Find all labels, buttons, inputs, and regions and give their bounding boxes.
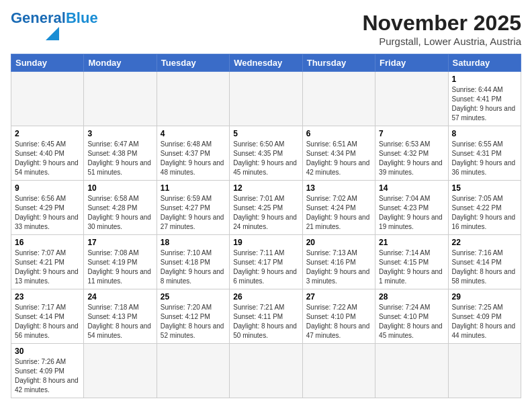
calendar-table: SundayMondayTuesdayWednesdayThursdayFrid…	[11, 54, 521, 398]
calendar-day-cell: 23Sunrise: 7:17 AM Sunset: 4:14 PM Dayli…	[11, 289, 84, 344]
calendar-day-cell: 27Sunrise: 7:22 AM Sunset: 4:10 PM Dayli…	[302, 289, 375, 344]
calendar-day-cell	[84, 344, 157, 398]
calendar-day-cell: 8Sunrise: 6:55 AM Sunset: 4:31 PM Daylig…	[448, 126, 521, 181]
calendar-day-cell: 7Sunrise: 6:53 AM Sunset: 4:32 PM Daylig…	[375, 126, 448, 181]
calendar-week-row: 2Sunrise: 6:45 AM Sunset: 4:40 PM Daylig…	[11, 126, 521, 181]
calendar-day-cell: 10Sunrise: 6:58 AM Sunset: 4:28 PM Dayli…	[84, 181, 157, 235]
page-header: GeneralBlue November 2025 Purgstall, Low…	[11, 11, 521, 47]
day-number: 5	[233, 129, 298, 138]
day-number: 12	[233, 183, 298, 193]
calendar-day-cell	[230, 72, 302, 126]
day-info: Sunrise: 6:44 AM Sunset: 4:41 PM Dayligh…	[452, 85, 517, 123]
day-number: 22	[452, 238, 517, 247]
day-number: 17	[87, 238, 152, 247]
day-number: 14	[379, 183, 444, 193]
day-number: 7	[379, 129, 444, 138]
day-number: 11	[161, 183, 226, 193]
calendar-day-cell: 24Sunrise: 7:18 AM Sunset: 4:13 PM Dayli…	[84, 289, 157, 344]
calendar-day-cell: 30Sunrise: 7:26 AM Sunset: 4:09 PM Dayli…	[11, 344, 84, 398]
day-info: Sunrise: 7:26 AM Sunset: 4:09 PM Dayligh…	[15, 357, 80, 395]
day-info: Sunrise: 7:07 AM Sunset: 4:21 PM Dayligh…	[15, 248, 80, 286]
month-year: November 2025	[362, 11, 521, 36]
day-number: 15	[452, 183, 517, 193]
logo-text-general: GeneralBlue	[11, 11, 98, 26]
day-number: 23	[15, 292, 80, 302]
calendar-day-cell: 12Sunrise: 7:01 AM Sunset: 4:25 PM Dayli…	[230, 181, 302, 235]
logo-triangle	[46, 27, 59, 40]
weekday-header: Thursday	[302, 54, 375, 72]
day-number: 16	[15, 238, 80, 247]
logo: GeneralBlue	[11, 11, 98, 40]
calendar-day-cell: 29Sunrise: 7:25 AM Sunset: 4:09 PM Dayli…	[448, 289, 521, 344]
day-number: 4	[161, 129, 226, 138]
day-info: Sunrise: 6:56 AM Sunset: 4:29 PM Dayligh…	[15, 194, 80, 232]
day-number: 24	[87, 292, 152, 302]
calendar-week-row: 30Sunrise: 7:26 AM Sunset: 4:09 PM Dayli…	[11, 344, 521, 398]
calendar-day-cell: 1Sunrise: 6:44 AM Sunset: 4:41 PM Daylig…	[448, 72, 521, 126]
day-number: 18	[161, 238, 226, 247]
day-number: 29	[452, 292, 517, 302]
day-number: 26	[233, 292, 298, 302]
day-number: 2	[15, 129, 80, 138]
day-info: Sunrise: 6:50 AM Sunset: 4:35 PM Dayligh…	[233, 140, 298, 177]
day-info: Sunrise: 7:16 AM Sunset: 4:14 PM Dayligh…	[452, 248, 517, 286]
weekday-header: Friday	[375, 54, 448, 72]
calendar-day-cell: 26Sunrise: 7:21 AM Sunset: 4:11 PM Dayli…	[230, 289, 302, 344]
calendar-day-cell: 25Sunrise: 7:20 AM Sunset: 4:12 PM Dayli…	[157, 289, 229, 344]
day-info: Sunrise: 7:05 AM Sunset: 4:22 PM Dayligh…	[452, 194, 517, 232]
calendar-day-cell: 20Sunrise: 7:13 AM Sunset: 4:16 PM Dayli…	[302, 235, 375, 289]
day-number: 28	[379, 292, 444, 302]
day-number: 9	[15, 183, 80, 193]
calendar-day-cell: 21Sunrise: 7:14 AM Sunset: 4:15 PM Dayli…	[375, 235, 448, 289]
day-info: Sunrise: 7:10 AM Sunset: 4:18 PM Dayligh…	[161, 248, 226, 286]
day-info: Sunrise: 7:02 AM Sunset: 4:24 PM Dayligh…	[306, 194, 371, 232]
calendar-day-cell: 6Sunrise: 6:51 AM Sunset: 4:34 PM Daylig…	[302, 126, 375, 181]
calendar-day-cell: 18Sunrise: 7:10 AM Sunset: 4:18 PM Dayli…	[157, 235, 229, 289]
day-info: Sunrise: 7:20 AM Sunset: 4:12 PM Dayligh…	[161, 303, 226, 340]
calendar-day-cell	[157, 344, 229, 398]
calendar-week-row: 16Sunrise: 7:07 AM Sunset: 4:21 PM Dayli…	[11, 235, 521, 289]
day-info: Sunrise: 6:48 AM Sunset: 4:37 PM Dayligh…	[161, 140, 226, 177]
day-info: Sunrise: 6:47 AM Sunset: 4:38 PM Dayligh…	[87, 140, 152, 177]
day-number: 20	[306, 238, 371, 247]
day-info: Sunrise: 6:55 AM Sunset: 4:31 PM Dayligh…	[452, 140, 517, 177]
day-number: 1	[452, 75, 517, 84]
calendar-day-cell	[230, 344, 302, 398]
day-info: Sunrise: 7:24 AM Sunset: 4:10 PM Dayligh…	[379, 303, 444, 340]
calendar-day-cell: 3Sunrise: 6:47 AM Sunset: 4:38 PM Daylig…	[84, 126, 157, 181]
day-info: Sunrise: 7:13 AM Sunset: 4:16 PM Dayligh…	[306, 248, 371, 286]
day-info: Sunrise: 6:53 AM Sunset: 4:32 PM Dayligh…	[379, 140, 444, 177]
day-number: 6	[306, 129, 371, 138]
calendar-day-cell	[11, 72, 84, 126]
weekday-header: Sunday	[11, 54, 84, 72]
calendar-day-cell: 14Sunrise: 7:04 AM Sunset: 4:23 PM Dayli…	[375, 181, 448, 235]
weekday-header: Monday	[84, 54, 157, 72]
day-number: 27	[306, 292, 371, 302]
day-info: Sunrise: 7:08 AM Sunset: 4:19 PM Dayligh…	[87, 248, 152, 286]
day-info: Sunrise: 7:21 AM Sunset: 4:11 PM Dayligh…	[233, 303, 298, 340]
day-info: Sunrise: 6:58 AM Sunset: 4:28 PM Dayligh…	[87, 194, 152, 232]
day-info: Sunrise: 7:01 AM Sunset: 4:25 PM Dayligh…	[233, 194, 298, 232]
day-info: Sunrise: 7:17 AM Sunset: 4:14 PM Dayligh…	[15, 303, 80, 340]
day-number: 8	[452, 129, 517, 138]
location: Purgstall, Lower Austria, Austria	[362, 36, 521, 47]
calendar-day-cell: 9Sunrise: 6:56 AM Sunset: 4:29 PM Daylig…	[11, 181, 84, 235]
calendar-day-cell	[302, 72, 375, 126]
calendar-day-cell	[84, 72, 157, 126]
day-number: 21	[379, 238, 444, 247]
day-number: 19	[233, 238, 298, 247]
day-info: Sunrise: 7:18 AM Sunset: 4:13 PM Dayligh…	[87, 303, 152, 340]
day-number: 30	[15, 347, 80, 356]
calendar-day-cell: 22Sunrise: 7:16 AM Sunset: 4:14 PM Dayli…	[448, 235, 521, 289]
calendar-day-cell: 2Sunrise: 6:45 AM Sunset: 4:40 PM Daylig…	[11, 126, 84, 181]
calendar-day-cell	[375, 72, 448, 126]
day-info: Sunrise: 7:22 AM Sunset: 4:10 PM Dayligh…	[306, 303, 371, 340]
weekday-header: Tuesday	[157, 54, 229, 72]
calendar-day-cell	[375, 344, 448, 398]
calendar-week-row: 1Sunrise: 6:44 AM Sunset: 4:41 PM Daylig…	[11, 72, 521, 126]
day-info: Sunrise: 7:04 AM Sunset: 4:23 PM Dayligh…	[379, 194, 444, 232]
calendar-day-cell	[448, 344, 521, 398]
title-section: November 2025 Purgstall, Lower Austria, …	[362, 11, 521, 47]
calendar-day-cell: 11Sunrise: 6:59 AM Sunset: 4:27 PM Dayli…	[157, 181, 229, 235]
day-info: Sunrise: 6:45 AM Sunset: 4:40 PM Dayligh…	[15, 140, 80, 177]
